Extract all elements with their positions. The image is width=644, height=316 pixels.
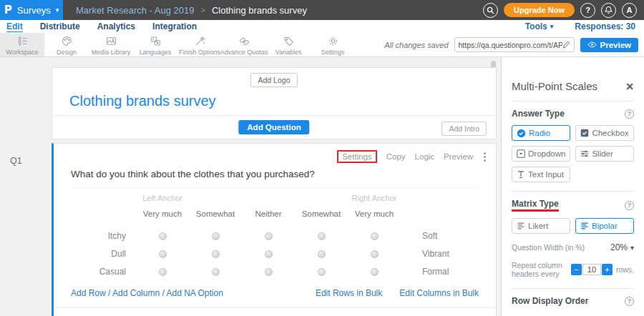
survey-url-input[interactable] [459, 41, 562, 49]
matrix-cell [189, 263, 242, 281]
matrix-column-header: Somewhat [295, 209, 348, 227]
question-copy-button[interactable]: Copy [386, 152, 406, 161]
add-question-button[interactable]: Add Question [238, 120, 309, 134]
edit-rows-bulk-link[interactable]: Edit Rows in Bulk [316, 288, 382, 298]
add-na-option-link[interactable]: Add NA Option [166, 288, 223, 298]
matrix-type-likert[interactable]: Likert [512, 218, 570, 234]
radio-button[interactable] [212, 268, 220, 276]
toolbar-item-label: Variables [275, 49, 302, 56]
question-width-row: Question Width (in %) 20% ▾ [512, 242, 634, 252]
question-text[interactable]: What do you think about the clothes that… [71, 169, 479, 188]
add-intro-button[interactable]: Add Intro [441, 122, 487, 136]
help-icon[interactable]: ? [625, 201, 634, 210]
question-card: Settings Copy Logic Preview What do you … [52, 143, 497, 316]
answer-type-slider[interactable]: Slider [575, 146, 634, 162]
breadcrumb-parent[interactable]: Market Research - Aug 2019 [76, 5, 194, 16]
matrix-type-bipolar[interactable]: Bipolar [575, 218, 634, 234]
radio-button[interactable] [318, 250, 326, 258]
toolbar-right: All changes saved Preview [384, 33, 644, 56]
radio-button[interactable] [371, 268, 379, 276]
tab-integration[interactable]: Integration [152, 21, 197, 31]
radio-button[interactable] [159, 250, 167, 258]
matrix-cell [348, 227, 401, 245]
radio-button[interactable] [212, 232, 220, 240]
help-button[interactable]: ? [580, 3, 595, 18]
edit-pencil-icon[interactable] [562, 41, 570, 49]
help-icon[interactable]: ? [625, 297, 634, 306]
stepper-value[interactable]: 10 [582, 264, 601, 275]
answer-type-text-input[interactable]: Text Input [512, 167, 570, 182]
upgrade-now-button[interactable]: Upgrade Now [504, 3, 575, 17]
toolbar-item-workspace[interactable]: Workspace [0, 33, 44, 56]
toolbar-item-languages[interactable]: Languages [133, 33, 177, 56]
surveys-menu[interactable]: P Surveys ▾ [0, 0, 63, 20]
tab-analytics[interactable]: Analytics [97, 21, 135, 31]
media-library-icon [105, 35, 117, 47]
toolbar-item-settings[interactable]: Settings [311, 33, 355, 56]
radio-button[interactable] [212, 250, 220, 258]
add-row-link[interactable]: Add Row [71, 288, 106, 298]
design-palette-icon [61, 35, 73, 47]
link-separator: / [108, 288, 110, 298]
divider [512, 191, 634, 192]
radio-button[interactable] [318, 232, 326, 240]
right-anchor-label: Right Anchor [348, 194, 401, 209]
left-anchor-label: Left Anchor [136, 194, 189, 209]
matrix-column-header: Somewhat [189, 209, 242, 227]
question-settings-button[interactable]: Settings [337, 150, 377, 163]
caret-down-icon: ▾ [550, 24, 554, 30]
radio-button[interactable] [371, 232, 379, 240]
search-button[interactable] [483, 3, 498, 18]
tools-menu[interactable]: Tools ▾ [525, 21, 554, 31]
edit-columns-bulk-link[interactable]: Edit Columns in Bulk [399, 288, 479, 298]
question-width-label: Question Width (in %) [512, 243, 610, 252]
caret-down-icon[interactable]: ▾ [630, 244, 634, 252]
matrix-cell [242, 263, 295, 281]
answer-type-radio[interactable]: Radio [512, 125, 570, 141]
question-width-value[interactable]: 20% [610, 242, 628, 252]
question-logic-button[interactable]: Logic [415, 152, 435, 161]
radio-button[interactable] [265, 268, 273, 276]
question-more-menu[interactable] [482, 151, 487, 163]
avatar[interactable]: A [622, 3, 637, 18]
stepper-minus-button[interactable]: − [571, 264, 582, 275]
survey-header-footer: Add Question Add Intro [52, 115, 496, 139]
answer-type-dropdown[interactable]: Dropdown [512, 146, 570, 162]
radio-button[interactable] [318, 268, 326, 276]
languages-icon [150, 35, 162, 47]
rows-suffix-label: rows. [616, 265, 634, 274]
matrix-column-header: Very much [136, 209, 189, 227]
stepper-plus-button[interactable]: + [602, 264, 613, 275]
close-icon[interactable]: ✕ [625, 81, 634, 92]
option-label: Slider [592, 149, 613, 158]
responses-link[interactable]: Responses: 30 [575, 21, 635, 31]
matrix-row-left-label: Dull [71, 245, 136, 263]
answer-type-checkbox[interactable]: Checkbox [575, 125, 634, 141]
radio-button[interactable] [265, 232, 273, 240]
toolbar-item-media-library[interactable]: Media Library [89, 33, 133, 56]
toolbar-item-variables[interactable]: Variables [266, 33, 311, 56]
notifications-button[interactable] [601, 3, 616, 18]
radio-button[interactable] [371, 250, 379, 258]
navbar-actions: Upgrade Now ? A [483, 0, 644, 20]
question-preview-button[interactable]: Preview [444, 152, 473, 161]
toolbar-item-advance-quotas[interactable]: Advance Quotas [222, 33, 266, 56]
tab-distribute[interactable]: Distribute [40, 21, 80, 31]
radio-button[interactable] [159, 232, 167, 240]
matrix-cell [136, 263, 189, 281]
help-icon[interactable]: ? [625, 109, 634, 119]
toolbar-item-design[interactable]: Design [44, 33, 89, 56]
radio-button[interactable] [159, 268, 167, 276]
add-logo-button[interactable]: Add Logo [250, 73, 298, 87]
add-links: Add Row / Add Column / Add NA Option [71, 288, 223, 298]
radio-button[interactable] [265, 250, 273, 258]
divider [512, 288, 634, 289]
toolbar-item-finish-options[interactable]: Finish Options [177, 33, 222, 56]
add-column-link[interactable]: Add Column [112, 288, 160, 298]
breadcrumb-separator-icon: > [200, 6, 205, 14]
survey-title[interactable]: Clothing brands survey [69, 93, 496, 109]
finish-options-wand-icon [194, 35, 206, 47]
tab-edit[interactable]: Edit [6, 21, 23, 32]
preview-button[interactable]: Preview [580, 38, 638, 52]
toolbar-item-label: Finish Options [179, 49, 220, 56]
